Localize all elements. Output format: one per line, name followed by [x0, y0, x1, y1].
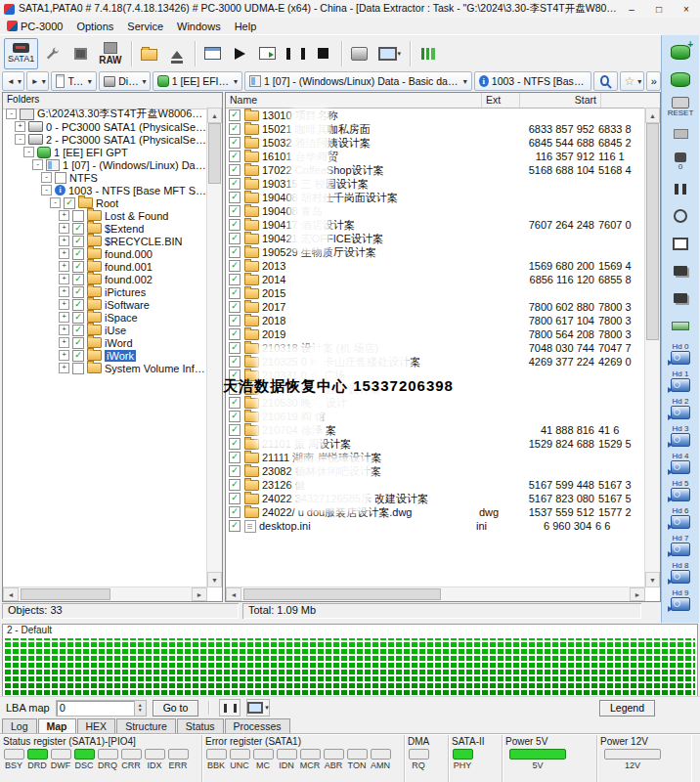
- sidebar-item[interactable]: [662, 202, 699, 230]
- tree-expander[interactable]: -: [50, 197, 61, 208]
- tree-expander[interactable]: +: [59, 236, 69, 246]
- tree-item[interactable]: + iWord: [3, 336, 207, 349]
- sidebar-item[interactable]: RESET: [662, 93, 699, 120]
- tree-checkbox[interactable]: [72, 312, 84, 324]
- tree-item[interactable]: - G:\2024\3.30李ST4T开盘W80062SX\: [3, 108, 207, 120]
- menu-pc3000[interactable]: PC-3000: [0, 20, 69, 33]
- bottom-tab[interactable]: HEX: [77, 718, 116, 734]
- tree-expander[interactable]: +: [59, 299, 69, 310]
- tree-item[interactable]: + iUse: [3, 324, 207, 336]
- menu-item[interactable]: Service: [120, 20, 170, 33]
- sidebar-item[interactable]: Hd 3: [662, 421, 699, 449]
- tree-expander[interactable]: +: [59, 363, 69, 373]
- tree-item[interactable]: - 1003 - NTFS [Base MFT Scan]: [3, 184, 207, 196]
- file-checkbox[interactable]: [229, 109, 241, 121]
- utility-tools-button[interactable]: [40, 38, 66, 69]
- tree-item[interactable]: + iPictures: [3, 285, 207, 298]
- file-checkbox[interactable]: [229, 506, 241, 518]
- tree-item[interactable]: + $Extend: [3, 222, 207, 235]
- file-row[interactable]: 21111 湖南 岸悦璋设计案: [226, 451, 645, 464]
- file-checkbox[interactable]: [229, 452, 241, 463]
- tree-checkbox[interactable]: [72, 210, 84, 222]
- file-row[interactable]: 13010 项目名称: [226, 109, 645, 122]
- tree-item[interactable]: + found.001: [3, 260, 207, 273]
- tree-expander[interactable]: -: [6, 109, 17, 119]
- tree-expander[interactable]: -: [15, 134, 25, 145]
- search-button[interactable]: [593, 71, 618, 91]
- scroll-down-arrow[interactable]: ▼: [645, 572, 660, 587]
- file-checkbox[interactable]: [229, 342, 241, 354]
- bottom-tab[interactable]: Map: [38, 718, 76, 734]
- files-horizontal-scrollbar[interactable]: ◄ ►: [226, 586, 645, 601]
- disk-dropdown[interactable]: Disk2 ▾: [99, 71, 152, 91]
- tree-expander[interactable]: -: [41, 172, 52, 183]
- tree-item[interactable]: + iSoftware: [3, 298, 207, 311]
- tree-item[interactable]: + iWork: [3, 349, 207, 362]
- file-checkbox[interactable]: [229, 328, 241, 340]
- raw-mode-button[interactable]: RAW: [95, 38, 125, 69]
- save-disk-button[interactable]: [347, 38, 372, 69]
- sidebar-item[interactable]: Hd 8: [662, 558, 699, 586]
- tree-item[interactable]: - Root: [3, 196, 207, 209]
- file-row[interactable]: 24022 34327126585乐 改建设计案 5167 823 080 51…: [226, 492, 645, 505]
- file-checkbox[interactable]: [229, 493, 241, 504]
- tree-item[interactable]: - 1 [07] - (Windows/Linux) Data - Bas: [3, 158, 207, 171]
- tree-checkbox[interactable]: [72, 248, 84, 260]
- tree-expander[interactable]: +: [59, 286, 69, 297]
- file-row[interactable]: 21101 振 周设计案 1529 824 688 1529 5: [226, 437, 645, 451]
- sidebar-item[interactable]: [662, 175, 699, 202]
- file-checkbox[interactable]: [229, 137, 241, 149]
- menu-item[interactable]: Help: [228, 20, 264, 33]
- tree-expander[interactable]: +: [59, 223, 69, 234]
- scrollbar-thumb[interactable]: [243, 588, 441, 600]
- tree-item[interactable]: - NTFS: [3, 171, 207, 184]
- file-row[interactable]: 210619 阎 馆: [226, 410, 645, 423]
- file-checkbox[interactable]: [229, 164, 241, 176]
- file-row[interactable]: 23126 健 5167 599 448 5167 3: [226, 478, 645, 492]
- file-checkbox[interactable]: [229, 369, 241, 381]
- tree-checkbox[interactable]: [72, 337, 84, 349]
- gpt-dropdown[interactable]: 1 [EE] EFI GPT ▾: [153, 71, 241, 91]
- file-row[interactable]: 210401 0 企 酒店 设计案: [226, 382, 645, 396]
- bottom-tab[interactable]: Status: [177, 718, 224, 734]
- bottom-tab[interactable]: Log: [2, 718, 37, 734]
- map-view-button[interactable]: ▾: [246, 699, 270, 717]
- sidebar-item[interactable]: Hd 7: [662, 531, 699, 558]
- file-checkbox[interactable]: [229, 411, 241, 422]
- tree-checkbox[interactable]: [72, 286, 84, 298]
- tree-checkbox[interactable]: [55, 172, 66, 184]
- partition-dropdown[interactable]: 1 [07] - (Windows/Linux) Data - Basic da…: [244, 71, 472, 91]
- bottom-tab[interactable]: Structure: [116, 718, 176, 734]
- folders-horizontal-scrollbar[interactable]: ◄ ►: [3, 586, 207, 601]
- file-row[interactable]: 2013 1569 680 200 1569 4: [226, 259, 645, 273]
- file-row[interactable]: 190529 生物质厅设计案: [226, 245, 645, 259]
- files-vertical-scrollbar[interactable]: ▲ ▼: [644, 108, 660, 587]
- tree-expander[interactable]: +: [59, 274, 69, 284]
- file-row[interactable]: 2014 6856 116 120 6855 8: [226, 273, 645, 286]
- file-checkbox[interactable]: [229, 246, 241, 258]
- file-checkbox[interactable]: [229, 205, 241, 217]
- file-row[interactable]: 190408 青岛: [226, 204, 645, 218]
- chip-test-button[interactable]: [67, 38, 93, 69]
- file-row[interactable]: 190408 胡村仕千岗面设计案: [226, 191, 645, 204]
- tree-checkbox[interactable]: [72, 274, 84, 285]
- tree-item[interactable]: + found.000: [3, 247, 207, 260]
- sidebar-item[interactable]: Hd 1: [662, 367, 699, 394]
- scrollbar-thumb[interactable]: [208, 123, 221, 184]
- scroll-right-arrow[interactable]: ►: [192, 587, 207, 601]
- file-checkbox[interactable]: [229, 178, 241, 190]
- file-checkbox[interactable]: [229, 233, 241, 244]
- sidebar-item[interactable]: Hd 4: [662, 449, 699, 476]
- file-row[interactable]: 210318 设计案 (机 场店) 7048 030 744 7047 7: [226, 341, 645, 355]
- tree-expander[interactable]: +: [59, 248, 69, 259]
- scroll-up-arrow[interactable]: ▲: [207, 108, 222, 123]
- file-row[interactable]: 2019 7800 564 208 7800 3: [226, 327, 645, 341]
- file-row[interactable]: 2017 7800 602 880 7800 3: [226, 300, 645, 314]
- goto-button[interactable]: Go to: [153, 700, 199, 717]
- tree-expander[interactable]: +: [59, 325, 69, 335]
- scroll-left-arrow[interactable]: ◄: [226, 587, 241, 601]
- maximize-button[interactable]: □: [645, 0, 673, 18]
- statistics-button[interactable]: [416, 38, 441, 69]
- sidebar-item[interactable]: Hd 2: [662, 394, 699, 421]
- run-scheme-button[interactable]: [255, 38, 281, 69]
